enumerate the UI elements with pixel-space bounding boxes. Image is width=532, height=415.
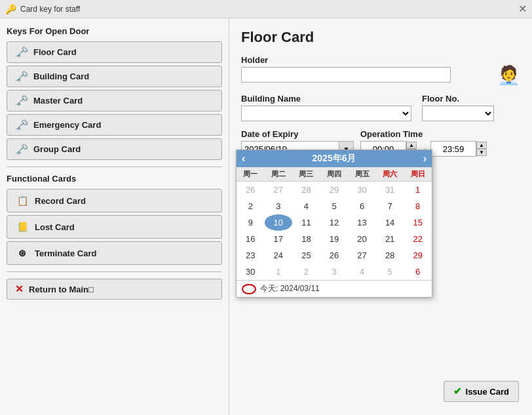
calendar-days: 26 27 28 29 30 31 1 2 3 4 5 6 7 8 9 10 1…: [237, 182, 432, 280]
cal-day[interactable]: 8: [404, 198, 432, 214]
building-floor-row: Building Name Floor No.: [241, 94, 520, 121]
cal-day[interactable]: 21: [376, 231, 404, 247]
cal-day[interactable]: 11: [292, 214, 320, 231]
cal-day[interactable]: 6: [404, 264, 432, 280]
calendar-next-button[interactable]: ›: [423, 153, 427, 165]
building-group: Building Name: [241, 94, 411, 121]
cal-day[interactable]: 25: [292, 247, 320, 264]
time-end-wrap: ▲ ▼: [430, 141, 487, 157]
time-end-down[interactable]: ▼: [476, 149, 487, 156]
cal-day[interactable]: 4: [348, 264, 376, 280]
return-main-button[interactable]: ✕ Return to Main□: [7, 279, 222, 300]
terminate-card-button[interactable]: ⊛ Terminate Card: [7, 241, 222, 265]
building-card-button[interactable]: 🗝️ Building Card: [7, 66, 222, 87]
cal-day[interactable]: 26: [237, 182, 265, 198]
cal-day[interactable]: 2: [237, 198, 265, 214]
record-card-button[interactable]: 📋 Record Card: [7, 189, 222, 212]
floor-select[interactable]: [422, 106, 494, 121]
holder-label: Holder: [241, 55, 520, 65]
return-main-label: Return to Main□: [29, 285, 94, 294]
cal-day[interactable]: 20: [348, 231, 376, 247]
cal-day[interactable]: 3: [320, 264, 349, 280]
lost-card-label: Lost Card: [35, 222, 75, 232]
cal-day[interactable]: 30: [237, 264, 265, 280]
calendar-prev-button[interactable]: ‹: [242, 153, 245, 165]
cal-day[interactable]: 22: [404, 231, 432, 247]
operation-time-label: Operation Time: [360, 129, 487, 139]
cal-day-selected[interactable]: 10: [265, 214, 293, 231]
cal-day[interactable]: 23: [237, 247, 265, 264]
cal-day[interactable]: 30: [348, 182, 376, 198]
floor-card-title: Floor Card: [241, 29, 520, 46]
today-circle-icon: [242, 284, 256, 294]
right-panel: Floor Card Holder 🧑‍💼 Building Name Floo…: [229, 18, 532, 415]
cal-day[interactable]: 15: [404, 214, 432, 231]
cal-day[interactable]: 16: [237, 231, 265, 247]
app-icon: 🔑: [5, 4, 16, 14]
calendar-weekdays: 周一 周二 周三 周四 周五 周六 周日: [237, 167, 432, 182]
cal-day[interactable]: 18: [292, 231, 320, 247]
time-end-up[interactable]: ▲: [476, 142, 487, 149]
building-card-label: Building Card: [33, 71, 89, 81]
weekday-tue: 周二: [265, 167, 293, 181]
cal-day[interactable]: 4: [292, 198, 320, 214]
floor-card-label: Floor Card: [33, 47, 77, 57]
cal-day[interactable]: 12: [320, 214, 349, 231]
functional-section-title: Functional Cards: [7, 174, 222, 184]
master-card-label: Master Card: [33, 96, 83, 106]
key-icon-group: 🗝️: [15, 143, 28, 155]
cal-day[interactable]: 31: [376, 182, 404, 198]
cal-day[interactable]: 27: [348, 247, 376, 264]
calendar-header: ‹ 2025年6月 ›: [237, 150, 432, 167]
cal-day[interactable]: 19: [320, 231, 349, 247]
cal-day[interactable]: 17: [265, 231, 293, 247]
holder-input[interactable]: [241, 67, 451, 83]
title-bar: 🔑 Card key for staff ✕: [0, 0, 532, 18]
cal-day[interactable]: 26: [320, 247, 349, 264]
floor-group: Floor No.: [422, 94, 494, 121]
cal-day[interactable]: 9: [237, 214, 265, 231]
terminate-icon: ⊛: [15, 246, 29, 260]
key-icon-master: 🗝️: [15, 94, 28, 107]
cal-day[interactable]: 2: [292, 264, 320, 280]
today-label: 今天: 2024/03/11: [260, 283, 320, 294]
cal-day[interactable]: 24: [265, 247, 293, 264]
floor-card-button[interactable]: 🗝️ Floor Card: [7, 41, 222, 63]
cal-day[interactable]: 28: [292, 182, 320, 198]
cal-day[interactable]: 29: [404, 247, 432, 264]
emergency-card-label: Emergency Card: [33, 120, 101, 130]
record-icon: 📋: [15, 193, 29, 208]
lost-card-button[interactable]: 📒 Lost Card: [7, 215, 222, 239]
floor-label: Floor No.: [422, 94, 494, 104]
master-card-button[interactable]: 🗝️ Master Card: [7, 90, 222, 111]
cal-day[interactable]: 28: [376, 247, 404, 264]
group-card-button[interactable]: 🗝️ Group Card: [7, 138, 222, 160]
cal-day[interactable]: 3: [265, 198, 293, 214]
expiry-label: Date of Expiry: [241, 129, 354, 139]
issue-icon: ✔: [453, 385, 462, 397]
cal-day[interactable]: 6: [348, 198, 376, 214]
time-end-input[interactable]: [430, 141, 476, 157]
holder-section: Holder 🧑‍💼: [241, 55, 520, 86]
time-start-up[interactable]: ▲: [406, 142, 417, 149]
cal-day[interactable]: 7: [376, 198, 404, 214]
cal-day[interactable]: 13: [348, 214, 376, 231]
cal-day[interactable]: 29: [320, 182, 349, 198]
emergency-card-button[interactable]: 🗝️ Emergency Card: [7, 114, 222, 136]
key-icon-floor: 🗝️: [15, 46, 28, 58]
building-select[interactable]: [241, 106, 411, 121]
cal-day[interactable]: 14: [376, 214, 404, 231]
group-card-label: Group Card: [33, 144, 81, 154]
weekday-mon: 周一: [237, 167, 265, 181]
cal-day[interactable]: 27: [265, 182, 293, 198]
cal-day[interactable]: 1: [265, 264, 293, 280]
cal-day[interactable]: 5: [320, 198, 349, 214]
x-icon: ✕: [15, 283, 24, 295]
issue-card-button[interactable]: ✔ Issue Card: [444, 381, 519, 402]
cal-day[interactable]: 1: [404, 182, 432, 198]
calendar-overlay: ‹ 2025年6月 › 周一 周二 周三 周四 周五 周六 周日 26 27 2…: [236, 149, 432, 298]
cal-day[interactable]: 5: [376, 264, 404, 280]
close-button[interactable]: ✕: [518, 4, 527, 14]
issue-card-area: ✔ Issue Card: [444, 381, 519, 402]
calendar-footer: 今天: 2024/03/11: [237, 280, 432, 297]
